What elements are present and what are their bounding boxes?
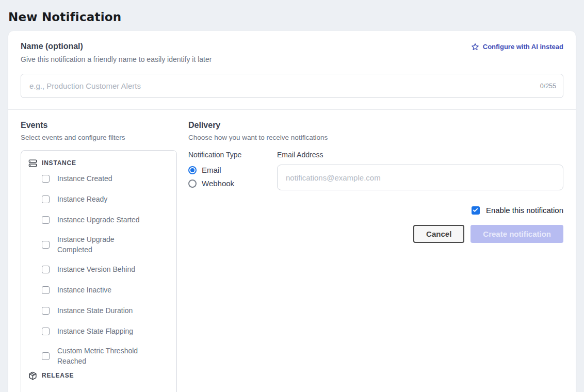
email-input[interactable] <box>277 165 563 190</box>
email-address-label: Email Address <box>277 150 563 159</box>
name-section: Name (optional) Configure with AI instea… <box>8 31 576 109</box>
events-section: Events Select events and configure filte… <box>21 120 177 392</box>
event-checkbox[interactable] <box>42 216 50 224</box>
event-label: Instance State Duration <box>57 305 133 316</box>
radio-label: Webhook <box>202 179 234 188</box>
event-checkbox[interactable] <box>42 241 50 249</box>
event-label: Custom Metric Threshold Reached <box>57 346 140 366</box>
name-description: Give this notification a friendly name t… <box>21 55 563 64</box>
star-icon <box>471 43 479 51</box>
radio-label: Email <box>202 166 221 174</box>
delivery-heading: Delivery <box>188 120 563 130</box>
event-group-header-release: RELEASE <box>28 370 169 381</box>
event-item-custom-metric-threshold-reached[interactable]: Custom Metric Threshold Reached <box>28 341 169 370</box>
event-label: Instance Inactive <box>57 285 111 295</box>
radio-selected-icon[interactable] <box>188 166 197 174</box>
delivery-section: Delivery Choose how you want to receive … <box>188 120 563 392</box>
char-counter: 0/255 <box>540 83 556 90</box>
delivery-description: Choose how you want to receive notificat… <box>188 133 563 142</box>
name-input[interactable] <box>21 74 563 98</box>
event-item-instance-upgrade-started[interactable]: Instance Upgrade Started <box>28 209 169 230</box>
name-heading: Name (optional) <box>21 41 83 52</box>
event-item-instance-upgrade-completed[interactable]: Instance Upgrade Completed <box>28 230 169 259</box>
event-label: Instance Upgrade Completed <box>57 234 140 255</box>
event-item-instance-inactive[interactable]: Instance Inactive <box>28 280 169 300</box>
enable-notification-checkbox[interactable] <box>472 206 480 215</box>
events-heading: Events <box>21 120 177 130</box>
event-label: Instance Ready <box>57 194 107 204</box>
event-item-instance-ready[interactable]: Instance Ready <box>28 189 169 209</box>
radio-option-webhook[interactable]: Webhook <box>188 179 266 188</box>
events-description: Select events and configure filters <box>21 133 177 142</box>
event-label: Instance Upgrade Started <box>57 215 140 225</box>
event-item-instance-state-duration[interactable]: Instance State Duration <box>28 300 169 321</box>
event-group-header-instance: INSTANCE <box>28 158 169 168</box>
event-checkbox[interactable] <box>42 175 50 183</box>
notification-type-label: Notification Type <box>188 150 266 159</box>
event-label: Instance State Flapping <box>57 326 133 336</box>
check-icon <box>473 207 478 213</box>
event-item-instance-version-behind[interactable]: Instance Version Behind <box>28 259 169 280</box>
package-icon <box>28 371 37 380</box>
events-list: INSTANCE Instance Created Instance Ready… <box>21 150 177 392</box>
configure-with-ai-label: Configure with AI instead <box>483 42 563 52</box>
event-label: Instance Version Behind <box>57 264 135 274</box>
event-group-label: INSTANCE <box>42 159 76 167</box>
event-group-label: RELEASE <box>42 372 74 379</box>
event-checkbox[interactable] <box>42 328 50 335</box>
event-item-instance-state-flapping[interactable]: Instance State Flapping <box>28 321 169 341</box>
event-checkbox[interactable] <box>42 195 50 203</box>
server-icon <box>28 159 37 168</box>
cancel-button[interactable]: Cancel <box>413 225 464 243</box>
radio-option-email[interactable]: Email <box>188 166 266 174</box>
radio-unselected-icon[interactable] <box>188 179 197 188</box>
event-label: Instance Created <box>57 173 112 184</box>
event-checkbox[interactable] <box>42 352 50 360</box>
configure-with-ai-link[interactable]: Configure with AI instead <box>471 42 563 52</box>
create-notification-button[interactable]: Create notification <box>471 225 563 243</box>
event-checkbox[interactable] <box>42 307 50 315</box>
event-checkbox[interactable] <box>42 286 50 294</box>
event-item-instance-created[interactable]: Instance Created <box>28 168 169 189</box>
enable-notification-label: Enable this notification <box>486 206 563 215</box>
event-checkbox[interactable] <box>42 266 50 273</box>
page-title: New Notification <box>0 0 584 31</box>
new-notification-card: Name (optional) Configure with AI instea… <box>8 31 576 392</box>
